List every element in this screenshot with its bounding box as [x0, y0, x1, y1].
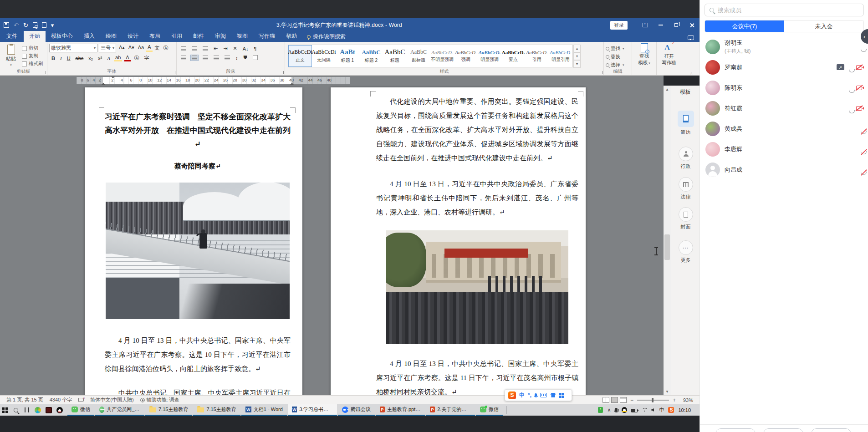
horizontal-ruler[interactable]: 8642246810121416182022242628303234363840… — [77, 77, 350, 84]
ribbon-tab-写作猫[interactable]: 写作猫 — [253, 31, 281, 42]
style-card-无间隔[interactable]: AaBbCcDi无间隔 — [312, 45, 336, 67]
zoom-out-button[interactable]: − — [630, 397, 633, 403]
paragraph-tool-4[interactable]: ⇥ — [222, 45, 229, 52]
member-search-input[interactable] — [718, 7, 859, 14]
search-tb-button[interactable] — [11, 408, 21, 412]
language-indicator[interactable]: 简体中文(中国大陆) — [90, 396, 133, 403]
paste-button[interactable]: 粘贴 ▾ — [2, 44, 20, 68]
restore-button[interactable] — [669, 18, 684, 32]
font-tool-3[interactable]: A — [146, 44, 152, 52]
app-dark-button[interactable] — [44, 407, 54, 413]
app-360-button[interactable] — [33, 407, 43, 413]
paragraph-tool-3[interactable]: ⇤ — [212, 45, 219, 52]
paragraph-tool-6[interactable]: A↓ — [241, 46, 250, 52]
font-name-select[interactable]: 微软雅黑▾ — [49, 44, 97, 52]
paragraph-tool-b-5[interactable]: ↕ — [234, 55, 240, 61]
font-tool-b-0[interactable]: B — [50, 55, 56, 61]
font-tool-b-8[interactable]: A — [124, 55, 130, 61]
taskbar-app-3[interactable]: 7.15主题教育 — [193, 404, 240, 416]
clipboard-item-复制[interactable]: 复制 — [22, 53, 43, 59]
volume-icon[interactable] — [651, 408, 654, 412]
sogou-tray-icon[interactable]: S — [668, 407, 674, 413]
proofing-status[interactable] — [78, 398, 84, 402]
accessibility-status[interactable]: 辅助功能: 调查 — [140, 396, 179, 403]
camera-off-icon[interactable] — [856, 106, 862, 111]
ime-mic-icon[interactable] — [535, 393, 537, 397]
editing-选择[interactable]: 选择 — [606, 62, 630, 68]
font-tool-b-9[interactable]: Ⓐ — [133, 54, 141, 62]
font-tool-b-1[interactable]: I — [59, 55, 63, 61]
paragraph-tool-7[interactable]: ¶ — [253, 46, 258, 52]
style-card-引用[interactable]: AaBbCcD.引用 — [525, 45, 549, 67]
tray-mic-icon[interactable] — [615, 408, 618, 412]
style-card-不明显强调[interactable]: AaBbCcD.不明显强调 — [430, 45, 454, 67]
member-row-黄成兵[interactable]: 黄成兵 — [700, 118, 868, 139]
font-tool-1[interactable]: A▾ — [127, 44, 136, 52]
redo-icon[interactable]: ↻ — [23, 22, 28, 28]
styles-scroll-1[interactable]: ▾ — [573, 52, 581, 60]
web-layout-icon[interactable] — [620, 397, 627, 403]
paragraph-tool-2[interactable] — [201, 46, 209, 52]
clipboard-item-剪切[interactable]: 剪切 — [22, 45, 43, 51]
panel-footer-button-3[interactable] — [811, 428, 851, 432]
font-tool-b-10[interactable]: 字 — [143, 54, 151, 62]
paragraph-tool-b-4[interactable] — [223, 55, 231, 61]
paragraph-tool-b-7[interactable] — [251, 55, 260, 61]
ribbon-tab-审阅[interactable]: 审阅 — [209, 31, 231, 42]
ribbon-tab-布局[interactable]: 布局 — [144, 31, 166, 42]
styles-gallery-scroll[interactable]: ▴▾▾ — [573, 45, 581, 68]
comments-icon[interactable] — [688, 36, 694, 40]
style-card-要点[interactable]: AaBbCcD.要点 — [501, 45, 525, 67]
login-button[interactable]: 登录 — [610, 21, 628, 30]
qat-caret-icon[interactable]: ▾ — [51, 22, 54, 28]
ime-toolbox-icon[interactable] — [559, 393, 564, 398]
paragraph-dialog-launcher-icon[interactable] — [281, 71, 284, 74]
styles-dialog-launcher-icon[interactable] — [599, 71, 602, 74]
document-scrollbar[interactable]: ▲ ▼ — [664, 86, 671, 395]
style-card-强调[interactable]: AaBbCcD.强调 — [454, 45, 478, 67]
style-card-标题[interactable]: AaBbC标题 — [383, 45, 407, 67]
member-row-陈明东[interactable]: 陈明东 — [700, 77, 868, 98]
ribbon-tab-绘图[interactable]: 绘图 — [100, 31, 122, 42]
right-indent-marker[interactable] — [290, 81, 294, 85]
style-card-标题 2[interactable]: AaBbC标题 2 — [359, 45, 383, 67]
battery-icon[interactable] — [631, 409, 638, 412]
template-item-简历[interactable]: 简历 — [671, 111, 700, 136]
scroll-up-icon[interactable]: ▲ — [664, 86, 671, 93]
template-item-封面[interactable]: 封面 — [671, 207, 700, 230]
template-item-更多[interactable]: ⋯更多 — [671, 240, 700, 264]
paragraph-tool-b-3[interactable] — [212, 55, 220, 61]
camera-off-icon[interactable] — [856, 65, 862, 70]
member-row-罗南超[interactable]: 罗南超↗ — [700, 57, 868, 77]
font-tool-b-5[interactable]: x² — [97, 55, 103, 61]
style-card-明显强调[interactable]: AaBbCcD.明显强调 — [478, 45, 501, 67]
taskbar-app-7[interactable]: P主题教育.pptx - ... — [376, 404, 425, 416]
read-mode-icon[interactable] — [602, 397, 609, 403]
paragraph-tool-0[interactable] — [179, 46, 188, 52]
tell-me-search[interactable]: 操作说明搜索 — [307, 33, 346, 42]
ribbon-tab-视图[interactable]: 视图 — [231, 31, 253, 42]
minimize-button[interactable] — [653, 18, 669, 32]
zoom-level[interactable]: 93% — [679, 397, 693, 403]
font-size-select[interactable]: 三号▾ — [99, 44, 116, 52]
taskbar-app-2[interactable]: 7.15主题教育 — [145, 404, 192, 416]
start-button[interactable] — [0, 407, 10, 413]
ribbon-tab-设计[interactable]: 设计 — [122, 31, 144, 42]
member-row-符红霞[interactable]: 符红霞 — [700, 98, 868, 118]
ribbon-tab-插入[interactable]: 插入 — [78, 31, 100, 42]
screen-share-icon[interactable]: ↗ — [837, 64, 844, 70]
font-tool-5[interactable]: Ⓐ — [162, 44, 170, 52]
font-tool-b-7[interactable]: ab — [114, 55, 122, 61]
style-card-正文[interactable]: AaBbCcDi正文 — [288, 45, 312, 67]
camera-off-icon[interactable] — [856, 86, 862, 90]
styles-scroll-2[interactable]: ▾ — [573, 60, 581, 68]
font-tool-b-3[interactable]: abc — [74, 55, 85, 61]
meeting-tab-未入会[interactable]: 未入会 — [784, 20, 863, 32]
document-canvas[interactable]: 习近平在广东考察时强调 坚定不移全面深化改革扩大高水平对外开放 在推进中国式现代… — [0, 86, 664, 395]
paragraph-tool-b-0[interactable] — [179, 55, 188, 61]
paragraph-tool-5[interactable]: ✕ — [231, 45, 238, 52]
open-writing-cat-button[interactable]: A 打开 写作猫 — [657, 42, 681, 75]
word-count[interactable]: 4340 个字 — [50, 396, 72, 403]
collapse-sidebar-chevron-icon[interactable]: ∧ — [687, 71, 696, 77]
meeting-tab-会议中(7)[interactable]: 会议中(7) — [705, 20, 784, 32]
